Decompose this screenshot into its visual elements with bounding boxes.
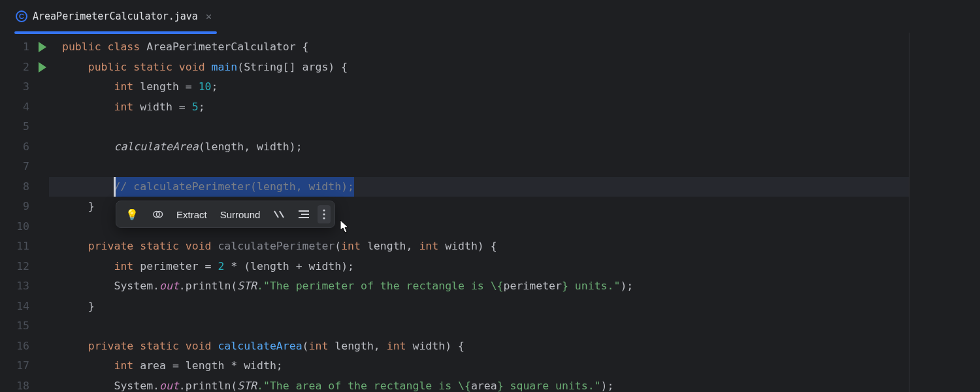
code-line: public static void main(String[] args) { bbox=[62, 57, 909, 78]
ai-assist-icon[interactable] bbox=[146, 204, 169, 224]
gutter: 1 2 3 4 5 6 7 8 9 10 11 12 13 14 15 16 1… bbox=[0, 33, 49, 392]
line-number: 3 bbox=[0, 77, 49, 97]
tab-label: AreaPerimeterCalculator.java bbox=[33, 10, 198, 22]
svg-point-9 bbox=[323, 217, 325, 219]
tab-file[interactable]: C AreaPerimeterCalculator.java ✕ bbox=[8, 1, 222, 32]
intention-popup: 💡 Extract Surround bbox=[116, 201, 335, 228]
code-line bbox=[62, 157, 909, 177]
more-icon[interactable] bbox=[318, 205, 331, 223]
run-icon[interactable] bbox=[39, 62, 46, 73]
line-number: 1 bbox=[0, 37, 49, 57]
line-number: 13 bbox=[0, 276, 49, 297]
reformat-icon[interactable] bbox=[293, 206, 315, 223]
extract-button[interactable]: Extract bbox=[171, 205, 212, 224]
code-line bbox=[62, 117, 909, 137]
code-line bbox=[62, 316, 909, 336]
surround-button[interactable]: Surround bbox=[215, 205, 266, 224]
comment-icon[interactable] bbox=[268, 206, 290, 223]
line-number: 9 bbox=[0, 197, 49, 217]
close-icon[interactable]: ✕ bbox=[203, 9, 214, 24]
code-line: calculateArea(length, width); bbox=[62, 137, 909, 157]
code-line: private static void calculateArea(int le… bbox=[62, 336, 909, 357]
class-file-icon: C bbox=[16, 10, 27, 22]
line-number: 15 bbox=[0, 316, 49, 336]
caret bbox=[114, 177, 116, 197]
line-number: 8 bbox=[0, 177, 49, 197]
svg-point-7 bbox=[323, 209, 325, 211]
code-line: int length = 10; bbox=[62, 77, 909, 97]
line-number: 16 bbox=[0, 336, 49, 357]
line-number: 5 bbox=[0, 117, 49, 137]
line-number: 6 bbox=[0, 137, 49, 157]
line-number: 14 bbox=[0, 297, 49, 317]
line-number: 2 bbox=[0, 57, 49, 78]
code-line: int width = 5; bbox=[62, 97, 909, 118]
line-number: 7 bbox=[0, 157, 49, 177]
line-number: 10 bbox=[0, 217, 49, 237]
run-icon[interactable] bbox=[39, 42, 46, 52]
svg-line-2 bbox=[274, 211, 278, 218]
code-line: private static void calculatePerimeter(i… bbox=[62, 237, 909, 257]
tab-bar: C AreaPerimeterCalculator.java ✕ bbox=[0, 0, 980, 33]
code-line: public class AreaPerimeterCalculator { bbox=[62, 37, 909, 57]
svg-point-8 bbox=[323, 213, 325, 215]
code-line: } bbox=[62, 297, 909, 317]
code-line-selected: // calculatePerimeter(length, width); bbox=[49, 177, 909, 197]
line-number: 17 bbox=[0, 356, 49, 376]
line-number: 12 bbox=[0, 257, 49, 277]
line-number: 4 bbox=[0, 97, 49, 118]
line-number: 18 bbox=[0, 376, 49, 393]
code-line: System.out.println(STR."The perimeter of… bbox=[62, 276, 909, 297]
code-line: int area = length * width; bbox=[62, 356, 909, 376]
code-line: int perimeter = 2 * (length + width); bbox=[62, 257, 909, 277]
svg-line-3 bbox=[280, 211, 284, 218]
code-line: System.out.println(STR."The area of the … bbox=[62, 376, 909, 393]
bulb-icon[interactable]: 💡 bbox=[120, 204, 144, 225]
line-number: 11 bbox=[0, 237, 49, 257]
